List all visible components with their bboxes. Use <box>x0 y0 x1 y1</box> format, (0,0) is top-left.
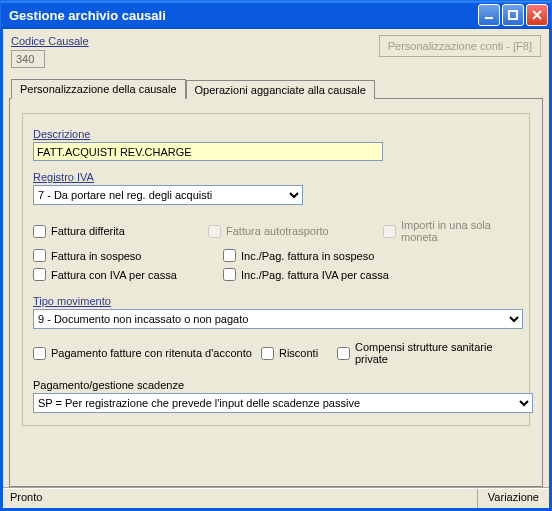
pagamento-scadenze-label: Pagamento/gestione scadenze <box>33 379 519 391</box>
window-title: Gestione archivio causali <box>9 8 476 23</box>
tipo-movimento-select[interactable]: 9 - Documento non incassato o non pagato <box>33 309 523 329</box>
titlebar: Gestione archivio causali <box>0 0 552 29</box>
codice-causale-label[interactable]: Codice Causale <box>11 35 89 47</box>
close-icon <box>531 9 543 21</box>
minimize-button[interactable] <box>478 4 500 26</box>
chk-fattura-differita[interactable]: Fattura differita <box>33 225 208 238</box>
chk-incpag-fattura-sospeso[interactable]: Inc./Pag. fattura in sospeso <box>223 249 413 262</box>
descrizione-input[interactable] <box>33 142 383 161</box>
group-box: Descrizione Registro IVA 7 - Da portare … <box>22 113 530 426</box>
personalizzazione-conti-button: Personalizzazione conti - [F8] <box>379 35 541 57</box>
chk-fattura-autotrasporto: Fattura autotrasporto <box>208 225 383 238</box>
svg-rect-1 <box>509 11 517 19</box>
chk-risconti[interactable]: Risconti <box>261 347 337 360</box>
tab-operazioni[interactable]: Operazioni agganciate alla causale <box>186 80 375 99</box>
tab-panel: Descrizione Registro IVA 7 - Da portare … <box>9 98 543 487</box>
chk-incpag-iva-cassa[interactable]: Inc./Pag. fattura IVA per cassa <box>223 268 413 281</box>
statusbar: Pronto Variazione <box>3 488 549 508</box>
status-right: Variazione <box>477 489 549 508</box>
close-button[interactable] <box>526 4 548 26</box>
status-left: Pronto <box>4 489 48 508</box>
chk-importi-moneta: Importi in una sola moneta <box>383 219 519 243</box>
maximize-icon <box>507 9 519 21</box>
svg-rect-0 <box>485 17 493 19</box>
tabstrip: Personalizzazione della causale Operazio… <box>9 78 543 98</box>
chk-fattura-iva-cassa[interactable]: Fattura con IVA per cassa <box>33 268 223 281</box>
registro-iva-select[interactable]: 7 - Da portare nel reg. degli acquisti <box>33 185 303 205</box>
codice-causale-value: 340 <box>11 50 45 68</box>
pagamento-scadenze-select[interactable]: SP = Per registrazione che prevede l'inp… <box>33 393 533 413</box>
chk-fattura-sospeso[interactable]: Fattura in sospeso <box>33 249 223 262</box>
minimize-icon <box>483 9 495 21</box>
chk-compensi-sanitarie[interactable]: Compensi strutture sanitarie private <box>337 341 519 365</box>
tipo-movimento-label[interactable]: Tipo movimento <box>33 295 519 307</box>
descrizione-label[interactable]: Descrizione <box>33 128 519 140</box>
maximize-button[interactable] <box>502 4 524 26</box>
chk-pagamento-ritenuta[interactable]: Pagamento fatture con ritenuta d'acconto <box>33 347 261 360</box>
tab-personalizzazione[interactable]: Personalizzazione della causale <box>11 79 186 99</box>
registro-iva-label[interactable]: Registro IVA <box>33 171 519 183</box>
